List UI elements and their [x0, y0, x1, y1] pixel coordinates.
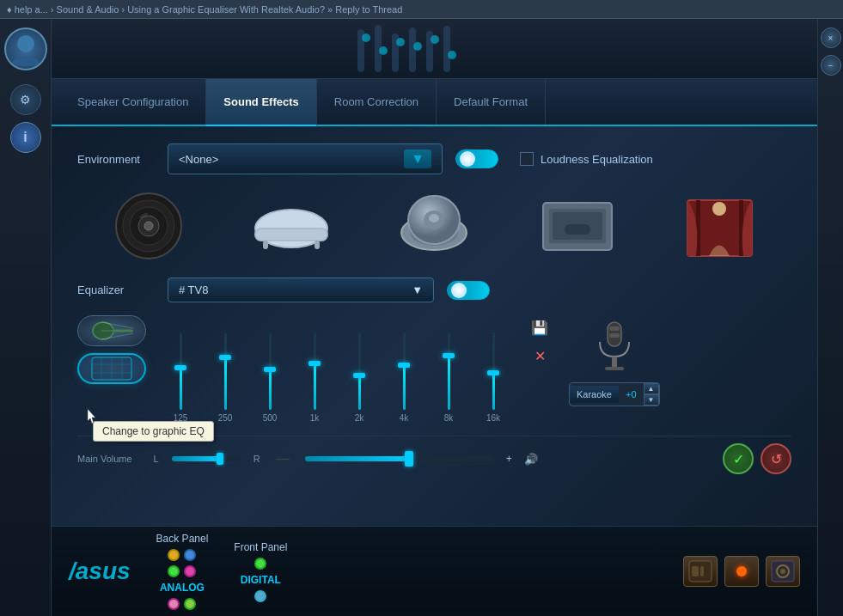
bottom-bar: /asus Back Panel ANALOG	[52, 526, 817, 616]
volume-lr-slider[interactable]	[172, 456, 241, 461]
eq-grid-button[interactable]	[77, 353, 146, 384]
slider-2k[interactable]	[338, 332, 381, 410]
sliders-wrapper: 125 250 500 1k 2k 4k 8k 16k	[159, 315, 515, 423]
svg-point-19	[144, 222, 153, 230]
guitar-svg	[86, 318, 137, 344]
icon-monitor-box[interactable]	[535, 192, 620, 260]
port-pink-1[interactable]	[184, 565, 196, 577]
port-green-1[interactable]	[168, 565, 180, 577]
icon-theater[interactable]	[677, 192, 763, 260]
eq-delete-button[interactable]: ✕	[528, 344, 552, 368]
right-sidebar: × −	[817, 19, 843, 616]
svg-rect-56	[700, 566, 704, 576]
tabs-container: Speaker Configuration Sound Effects Room…	[52, 79, 817, 126]
karaoke-value: +0	[619, 386, 644, 403]
svg-point-12	[413, 42, 422, 51]
tab-default-format[interactable]: Default Format	[437, 79, 546, 125]
svg-point-14	[448, 51, 456, 59]
environment-dropdown[interactable]: <None> ▼	[168, 143, 443, 174]
environment-value: <None>	[179, 153, 218, 166]
loudness-checkbox[interactable]	[520, 152, 534, 166]
tab-speaker-config[interactable]: Speaker Configuration	[52, 79, 206, 125]
box-svg	[539, 198, 616, 254]
svg-point-1	[12, 56, 40, 66]
equalizer-toggle[interactable]	[447, 281, 490, 300]
sidebar-settings-icon[interactable]: ⚙	[10, 84, 41, 115]
environment-toggle-thumb	[460, 151, 475, 167]
karaoke-down[interactable]: ▼	[644, 394, 659, 406]
eq-section: 125 250 500 1k 2k 4k 8k 16k 💾 ✕	[77, 315, 791, 423]
slider-500[interactable]	[248, 332, 291, 410]
port-blue-1[interactable]	[184, 549, 196, 561]
left-sidebar: ⚙ i	[0, 19, 52, 616]
slider-4k[interactable]	[382, 332, 425, 410]
digital-label: DIGITAL	[241, 574, 281, 586]
eq-guitar-button[interactable]	[77, 315, 146, 346]
eq-buttons	[77, 315, 146, 384]
sidebar-info-icon[interactable]: i	[10, 122, 41, 153]
svg-rect-6	[409, 27, 416, 72]
equalizer-dropdown-arrow[interactable]: ▼	[412, 284, 423, 296]
karaoke-mic-icon	[593, 315, 636, 375]
sound-icon-row	[77, 192, 791, 260]
connector-1[interactable]	[683, 556, 718, 587]
tab-sound-effects[interactable]: Sound Effects	[206, 79, 316, 126]
connector-icons	[683, 556, 800, 587]
bath-svg	[253, 196, 330, 256]
slider-8k[interactable]	[427, 332, 470, 410]
slider-125[interactable]	[159, 332, 202, 410]
port-green-2[interactable]	[184, 598, 196, 610]
volume-left: L	[154, 454, 159, 464]
freq-label-16k: 16k	[472, 413, 515, 423]
tab-room-correction[interactable]: Room Correction	[317, 79, 437, 125]
slider-1k[interactable]	[293, 332, 336, 410]
main-volume-slider[interactable]	[305, 456, 494, 461]
icon-speaker-dome[interactable]	[391, 192, 477, 260]
svg-rect-53	[609, 333, 620, 338]
port-pink-2[interactable]	[168, 598, 180, 610]
right-btn-minimize[interactable]: −	[821, 55, 841, 76]
karaoke-section: Karaoke +0 ▲ ▼	[569, 315, 660, 406]
volume-row: Main Volume L R — + 🔊 ✓ ↺	[77, 436, 791, 481]
slider-16k[interactable]	[472, 332, 515, 410]
main-vol-fill	[305, 456, 409, 461]
karaoke-up[interactable]: ▲	[644, 383, 659, 394]
svg-rect-55	[692, 566, 699, 576]
svg-rect-51	[605, 367, 624, 370]
port-digital[interactable]	[254, 590, 266, 602]
environment-label: Environment	[77, 153, 155, 166]
svg-rect-52	[609, 326, 620, 331]
connector-2[interactable]	[724, 556, 759, 587]
environment-dropdown-arrow[interactable]: ▼	[404, 149, 431, 168]
main-vol-thumb	[405, 451, 413, 467]
environment-toggle[interactable]	[455, 149, 498, 168]
tooltip: Change to graphic EQ	[93, 421, 214, 442]
connector-3[interactable]	[766, 556, 800, 587]
eq-save-button[interactable]: 💾	[528, 315, 552, 339]
refresh-button[interactable]: ↺	[761, 443, 791, 474]
karaoke-label: Karaoke	[570, 386, 619, 403]
svg-rect-23	[263, 241, 268, 249]
freq-label-4k: 4k	[382, 413, 425, 423]
equalizer-toggle-thumb	[451, 283, 467, 298]
icon-vinyl[interactable]	[106, 192, 192, 260]
panels-area: Back Panel ANALOG	[156, 533, 683, 610]
equalizer-dropdown[interactable]: # TV8 ▼	[168, 278, 434, 302]
svg-point-10	[379, 46, 388, 55]
eq-actions: 💾 ✕	[528, 315, 552, 368]
svg-point-37	[712, 202, 726, 216]
icon-bath[interactable]	[248, 192, 334, 260]
speaker-image	[349, 21, 521, 76]
browser-path: ♦ help a... › Sound & Audio › Using a Gr…	[7, 4, 402, 15]
volume-icon: 🔊	[524, 453, 538, 466]
freq-label-1k: 1k	[293, 413, 336, 423]
svg-point-29	[429, 214, 439, 223]
freq-label-8k: 8k	[427, 413, 470, 423]
grid-svg	[90, 356, 133, 381]
slider-250[interactable]	[204, 332, 247, 410]
port-green-front[interactable]	[254, 558, 266, 570]
equalizer-value: # TV8	[179, 284, 208, 296]
ok-button[interactable]: ✓	[723, 443, 754, 474]
right-btn-settings[interactable]: ×	[821, 27, 841, 48]
port-yellow-1[interactable]	[168, 549, 180, 561]
